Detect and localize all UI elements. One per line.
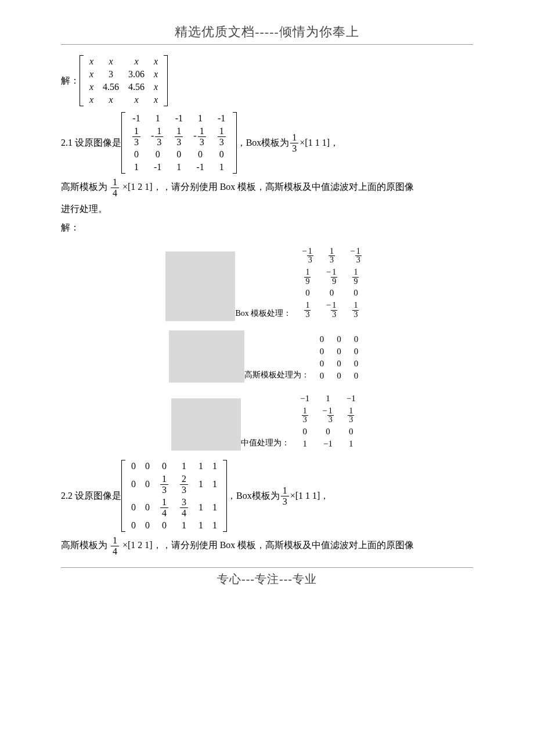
gauss-result-row: 高斯模板处理为： 000 000 000 000 [61,330,473,383]
solution-line: 解： xxxx x33.06x x4.564.56x xxxx [61,55,473,106]
matrix-3-body: 000111 00132311 00143411 000111 [127,460,222,532]
page: 精选优质文档-----倾情为你奉上 解： xxxx x33.06x x4.564… [0,0,534,604]
p21-prefix: 2.1 设原图像是 [61,137,121,149]
gauss-result-label: 高斯模板处理为： [244,370,313,383]
gauss-text-a-2: 高斯模板为 [61,540,107,550]
box-vec: ×[1 1 1]， [300,137,339,149]
problem-2-2: 2.2 设原图像是 000111 00132311 00143411 00011… [61,460,473,532]
process-line: 进行处理。 [61,201,473,217]
matrix-2: -11-11-1 13 -13 13 -13 13 00000 1-11-11 [121,112,237,174]
solve-label: 解： [61,75,80,87]
box-result-table: −1313−13 19−1919 000 13−1313 [295,244,368,321]
p22-prefix: 2.2 设原图像是 [61,490,121,502]
gauss-line-2: 高斯模板为 14 ×[1 2 1]，，请分别使用 Box 模板，高斯模板及中值滤… [61,535,473,556]
matrix-1: xxxx x33.06x x4.564.56x xxxx [80,55,168,106]
box-frac: 13 [290,132,298,153]
solve-2: 解： [61,220,473,235]
page-footer: 专心---专注---专业 [61,567,473,587]
gauss-frac: 14 [111,177,119,198]
page-header: 精选优质文档-----倾情为你奉上 [61,23,473,45]
median-result-row: 中值处理为： −11−1 13−1313 000 1−11 [61,392,473,451]
gauss-row: ×[1 2 1]，，请分别使用 Box 模板，高斯模板及中值滤波对上面的原图像 [122,182,414,192]
gauss-line: 高斯模板为 14 ×[1 2 1]，，请分别使用 Box 模板，高斯模板及中值滤… [61,177,473,198]
box-graybox [165,251,235,321]
median-result-table: −11−1 13−1313 000 1−11 [293,392,362,451]
gauss-text-a: 高斯模板为 [61,182,107,192]
box-result-row: Box 模板处理： −1313−13 19−1919 000 13−1313 [61,244,473,321]
median-result-label: 中值处理为： [241,438,293,451]
gauss-frac-2: 14 [111,535,119,556]
gauss-row-2: ×[1 2 1]，，请分别使用 Box 模板，高斯模板及中值滤波对上面的原图像 [122,540,414,550]
median-graybox [171,398,241,451]
box-vec-2: ×[1 1 1]， [290,490,330,502]
matrix-1-body: xxxx x33.06x x4.564.56x xxxx [85,55,163,106]
gauss-graybox [169,330,244,383]
gauss-result-table: 000 000 000 000 [313,333,366,383]
box-result-label: Box 模板处理： [235,308,295,321]
matrix-3: 000111 00132311 00143411 000111 [121,460,227,532]
matrix-2-body: -11-11-1 13 -13 13 -13 13 00000 1-11-11 [127,112,232,174]
box-frac-2: 13 [281,485,289,506]
box-text-a: ，Box模板为 [237,137,290,149]
problem-2-1: 2.1 设原图像是 -11-11-1 13 -13 13 -13 13 0000… [61,112,473,174]
box-text-a-2: ，Box模板为 [227,490,280,502]
